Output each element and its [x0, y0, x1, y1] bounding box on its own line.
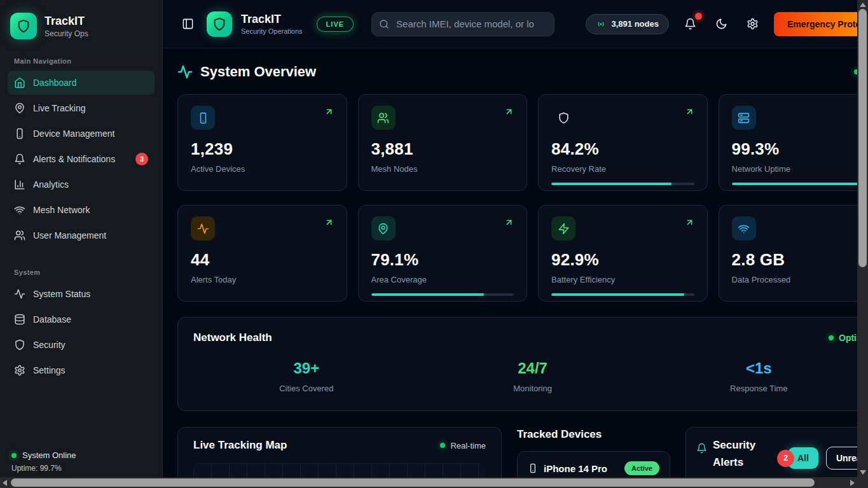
scroll-right-arrow-icon[interactable]: [850, 480, 855, 486]
gear-icon: [747, 18, 759, 30]
nodes-count-text: 3,891 nodes: [612, 19, 659, 29]
sidebar-item-dashboard[interactable]: Dashboard: [8, 71, 155, 95]
sidebar: TrackIT Security Ops Main Navigation Das…: [0, 0, 163, 488]
sidebar-item-alerts[interactable]: Alerts & Notifications 3: [8, 147, 155, 171]
panel-title: Security Alerts: [713, 436, 771, 471]
bell-icon: [696, 443, 707, 454]
stat-value: 79.1%: [371, 250, 514, 270]
progress-bar: [732, 183, 868, 185]
search-container: [371, 12, 555, 36]
realtime-badge: Real-time: [440, 441, 486, 450]
device-row[interactable]: iPhone 14 Pro Active: [528, 461, 659, 475]
sidebar-item-user-management[interactable]: User Management: [8, 223, 155, 247]
sidebar-item-system-status[interactable]: System Status: [8, 282, 155, 306]
emergency-protocol-button[interactable]: Emergency Protocol: [774, 12, 868, 36]
main-area: TrackIT Security Operations LIVE 3,891 n…: [163, 0, 868, 488]
wifi-icon: [732, 216, 756, 241]
stat-value: 2.8 GB: [732, 250, 868, 270]
stat-card-mesh-nodes[interactable]: 3,881 Mesh Nodes: [358, 94, 528, 191]
shield-icon: [14, 339, 25, 351]
stat-card-recovery-rate[interactable]: 84.2% Recovery Rate: [538, 94, 708, 191]
search-icon: [379, 19, 389, 29]
nav-section-label: Main Navigation: [8, 51, 155, 70]
map-pin-icon: [14, 102, 25, 114]
search-input[interactable]: [371, 12, 555, 36]
topbar: TrackIT Security Operations LIVE 3,891 n…: [163, 0, 868, 48]
trend-up-icon: [504, 218, 514, 227]
stat-value: 1,239: [191, 139, 334, 159]
status-dot: [440, 443, 445, 448]
progress-bar: [551, 183, 694, 185]
theme-toggle-button[interactable]: [712, 14, 731, 34]
progress-bar: [551, 293, 694, 296]
sidebar-toggle-button[interactable]: [178, 14, 198, 34]
stat-card-active-devices[interactable]: 1,239 Active Devices: [177, 94, 347, 191]
notifications-button[interactable]: [680, 14, 700, 34]
users-icon: [14, 230, 25, 241]
smartphone-icon: [528, 463, 538, 473]
moon-icon: [715, 18, 727, 30]
stat-label: Data Processed: [732, 275, 868, 284]
sidebar-item-label: Device Management: [33, 129, 114, 139]
device-name: iPhone 14 Pro: [544, 463, 607, 474]
stat-label: Active Devices: [191, 164, 334, 174]
scroll-up-arrow-icon[interactable]: [860, 3, 866, 7]
sidebar-brand: TrackIT Security Ops: [8, 10, 155, 51]
scroll-left-arrow-icon[interactable]: [3, 480, 7, 486]
sidebar-item-mesh-network[interactable]: Mesh Network: [8, 198, 155, 222]
vertical-scrollbar-thumb[interactable]: [858, 9, 867, 267]
shield-icon: [212, 17, 226, 31]
stat-label: Area Coverage: [371, 275, 514, 284]
activity-icon: [14, 288, 25, 300]
stat-card-network-uptime[interactable]: 99.3% Network Uptime: [719, 94, 868, 191]
brand-title: TrackIT: [45, 15, 88, 28]
horizontal-scrollbar-thumb[interactable]: [11, 478, 815, 487]
sidebar-item-device-management[interactable]: Device Management: [8, 122, 155, 146]
app-window: TrackIT Security Ops Main Navigation Das…: [0, 0, 857, 488]
scroll-down-arrow-icon[interactable]: [860, 470, 866, 475]
stat-card-data-processed[interactable]: 2.8 GB Data Processed: [719, 205, 868, 302]
stat-value: 44: [191, 250, 334, 270]
horizontal-scrollbar[interactable]: [0, 477, 857, 488]
stat-label: Mesh Nodes: [371, 164, 514, 174]
brand-subtitle: Security Ops: [45, 29, 88, 38]
topbar-logo: [207, 11, 232, 37]
trend-up-icon: [685, 218, 694, 227]
stat-value: 92.9%: [551, 250, 694, 270]
stat-card-alerts-today[interactable]: 44 Alerts Today: [177, 205, 347, 302]
stat-cards-grid: 1,239 Active Devices 3,881 Mesh Nodes: [177, 94, 868, 302]
system-section-label: System: [8, 262, 155, 281]
sidebar-item-security[interactable]: Security: [8, 333, 155, 357]
smartphone-icon: [191, 106, 215, 130]
uptime-text: Uptime: 99.7%: [11, 464, 151, 473]
trend-up-icon: [324, 218, 334, 227]
sidebar-item-analytics[interactable]: Analytics: [8, 172, 155, 197]
nodes-count-pill[interactable]: 3,891 nodes: [586, 14, 669, 34]
settings-button[interactable]: [743, 14, 762, 34]
section-title: Tracked Devices: [517, 428, 670, 441]
trend-up-icon: [504, 107, 514, 116]
app-logo: [10, 13, 37, 39]
alert-count-badge: 2: [777, 450, 794, 467]
health-stat-response: <1s Response Time: [645, 359, 868, 393]
sidebar-item-label: Mesh Network: [33, 205, 90, 215]
sidebar-item-label: Settings: [33, 365, 65, 375]
topbar-brand-subtitle: Security Operations: [241, 27, 303, 35]
status-dot: [829, 335, 834, 340]
health-stat-cities: 39+ Cities Covered: [193, 359, 420, 393]
sidebar-item-settings[interactable]: Settings: [8, 358, 155, 382]
system-status-text: System Online: [22, 450, 76, 460]
sidebar-item-database[interactable]: Database: [8, 307, 155, 331]
panel-title: Network Health: [193, 331, 272, 344]
map-pin-icon: [371, 216, 396, 241]
stat-card-battery-efficiency[interactable]: 92.9% Battery Efficiency: [538, 205, 708, 302]
stat-label: Alerts Today: [191, 275, 334, 284]
stat-label: Response Time: [645, 384, 868, 393]
stat-label: Battery Efficiency: [551, 275, 694, 284]
stat-card-area-coverage[interactable]: 79.1% Area Coverage: [358, 205, 528, 302]
trend-up-icon: [685, 107, 694, 116]
vertical-scrollbar[interactable]: [857, 0, 868, 488]
sidebar-item-live-tracking[interactable]: Live Tracking: [8, 96, 155, 120]
panel-title: Live Tracking Map: [193, 439, 287, 452]
stat-label: Cities Covered: [193, 384, 420, 393]
